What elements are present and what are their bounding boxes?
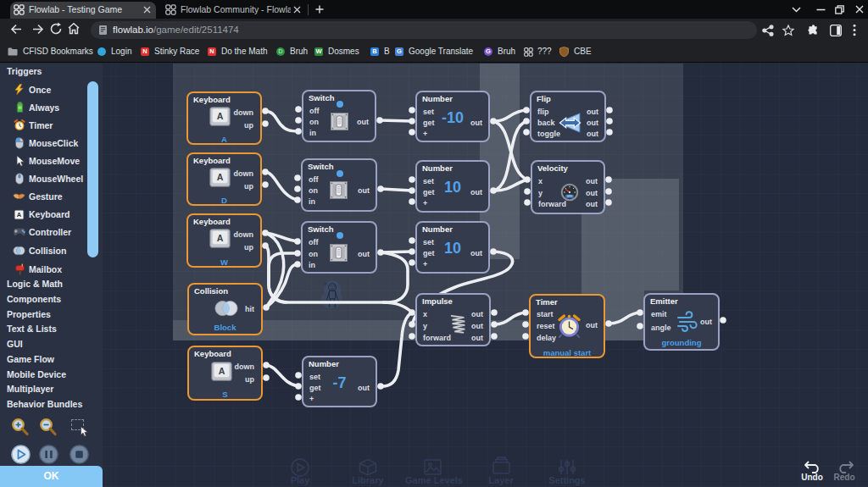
svg-text:Game Levels: Game Levels — [405, 475, 463, 485]
svg-text:A: A — [17, 211, 22, 219]
svg-text:Play: Play — [291, 475, 311, 485]
svg-text:Library: Library — [352, 475, 384, 485]
svg-text:Settings: Settings — [548, 475, 585, 485]
svg-text:Layer: Layer — [488, 475, 514, 485]
